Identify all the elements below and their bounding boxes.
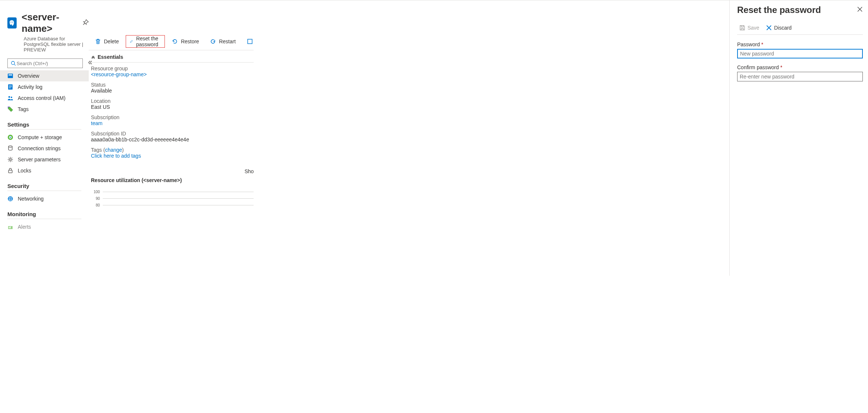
nav-activity-log[interactable]: Activity log <box>0 81 89 93</box>
nav-tags[interactable]: Tags <box>0 104 89 115</box>
password-label: Password * <box>737 41 863 47</box>
page-root: <server-name> Azure Database for Postgre… <box>0 0 868 276</box>
nav-connection-strings[interactable]: Connection strings <box>0 143 89 154</box>
nav-label: Access control (IAM) <box>18 95 65 101</box>
connection-icon <box>7 145 13 151</box>
confirm-password-label: Confirm password * <box>737 64 863 70</box>
chevron-up-icon <box>91 55 95 59</box>
chart-title: Resource utilization (<server-name>) <box>91 177 254 183</box>
button-label: Delete <box>104 38 119 44</box>
button-label: Discard <box>774 25 791 31</box>
y-tick: 80 <box>91 203 100 207</box>
subscription-link[interactable]: team <box>91 120 102 126</box>
svg-point-14 <box>9 146 12 147</box>
confirm-password-input[interactable] <box>737 72 863 81</box>
button-label: Save <box>747 25 759 31</box>
search-field[interactable] <box>16 60 79 67</box>
location-value: East US <box>91 104 254 110</box>
svg-point-15 <box>10 159 11 161</box>
nav-label: Server parameters <box>18 157 61 162</box>
compute-icon <box>7 134 13 140</box>
svg-point-10 <box>11 97 12 98</box>
svg-rect-4 <box>9 74 12 75</box>
close-icon[interactable] <box>857 6 863 14</box>
nav-label: Overview <box>18 73 39 79</box>
networking-icon <box>7 196 13 202</box>
nav: Overview Activity log Access control (IA… <box>0 70 89 232</box>
nav-label: Networking <box>18 196 44 202</box>
nav-networking[interactable]: Networking <box>0 193 89 204</box>
y-tick: 100 <box>91 190 100 194</box>
tags-change-link[interactable]: change <box>105 147 122 153</box>
show-data-label: Show data for last: <box>89 168 254 174</box>
location-label: Location <box>91 98 254 104</box>
svg-rect-3 <box>8 74 13 78</box>
restore-button[interactable]: Restore <box>168 35 203 48</box>
nav-section-monitoring: Monitoring <box>7 211 81 219</box>
button-label: Restore <box>181 38 199 44</box>
nav-server-parameters[interactable]: Server parameters <box>0 154 89 165</box>
overview-icon <box>7 73 13 79</box>
sidebar: <server-name> Azure Database for Postgre… <box>0 0 89 276</box>
essentials-toggle[interactable]: Essentials <box>89 50 254 63</box>
nav-access-control[interactable]: Access control (IAM) <box>0 93 89 104</box>
svg-point-1 <box>13 22 13 23</box>
resource-header: <server-name> Azure Database for Postgre… <box>0 0 89 56</box>
nav-label: Compute + storage <box>18 134 62 140</box>
svg-rect-6 <box>9 85 12 86</box>
rg-link[interactable]: <resource-group-name> <box>91 71 147 77</box>
stop-button[interactable]: Stop <box>243 35 254 48</box>
resource-subtitle: Azure Database for PostgreSQL flexible s… <box>24 36 89 53</box>
svg-point-9 <box>9 96 10 98</box>
discard-button[interactable]: Discard <box>764 24 794 31</box>
svg-point-13 <box>10 137 11 138</box>
add-tags-link[interactable]: Click here to add tags <box>91 153 141 159</box>
subscription-id-label: Subscription ID <box>91 131 254 137</box>
rg-label: Resource group <box>91 66 254 71</box>
nav-compute-storage[interactable]: Compute + storage <box>0 132 89 143</box>
nav-label: Locks <box>18 168 31 174</box>
main-content: Delete Reset the password Restore Restar… <box>89 0 254 276</box>
nav-label: Connection strings <box>18 145 61 151</box>
restart-button[interactable]: Restart <box>206 35 240 48</box>
tags-icon <box>7 106 13 112</box>
people-icon <box>7 95 13 101</box>
search-input[interactable] <box>7 58 83 68</box>
nav-alerts[interactable]: Alerts <box>0 221 89 232</box>
left-area: <server-name> Azure Database for Postgre… <box>0 0 254 276</box>
y-tick: 90 <box>91 197 100 201</box>
svg-point-2 <box>11 61 15 65</box>
status-value: Available <box>91 88 254 94</box>
activity-log-icon <box>7 84 13 90</box>
postgresql-icon <box>7 17 17 28</box>
nav-overview[interactable]: Overview <box>0 70 89 81</box>
reset-password-button[interactable]: Reset the password <box>126 35 165 48</box>
subscription-id-value: aaaa0a0a-bb1b-cc2c-dd3d-eeeeee4e4e4e <box>91 137 254 142</box>
nav-label: Alerts <box>18 224 31 230</box>
svg-point-0 <box>11 22 11 23</box>
button-label: Reset the password <box>136 36 161 47</box>
essentials-label: Essentials <box>98 54 123 60</box>
nav-section-settings: Settings <box>7 121 81 130</box>
lock-icon <box>7 168 13 174</box>
nav-locks[interactable]: Locks <box>0 165 89 176</box>
svg-rect-8 <box>9 88 11 88</box>
nav-section-security: Security <box>7 183 81 191</box>
utilization-chart: 100 90 80 <box>91 188 254 208</box>
status-label: Status <box>91 82 254 88</box>
pin-icon[interactable] <box>83 19 89 27</box>
nav-label: Activity log <box>18 84 43 90</box>
svg-rect-16 <box>9 170 12 173</box>
delete-button[interactable]: Delete <box>91 35 123 48</box>
command-bar: Delete Reset the password Restore Restar… <box>89 34 254 50</box>
panel-title: Reset the password <box>737 5 821 15</box>
reset-password-panel: Reset the password Save Discard Password… <box>729 0 868 276</box>
subscription-label: Subscription <box>91 114 254 120</box>
server-name-title: <server-name> <box>22 11 78 34</box>
password-input[interactable] <box>737 49 863 58</box>
svg-rect-22 <box>248 39 252 44</box>
button-label: Restart <box>219 38 235 44</box>
save-button[interactable]: Save <box>737 24 762 31</box>
alerts-icon <box>7 224 13 230</box>
nav-label: Tags <box>18 106 29 112</box>
